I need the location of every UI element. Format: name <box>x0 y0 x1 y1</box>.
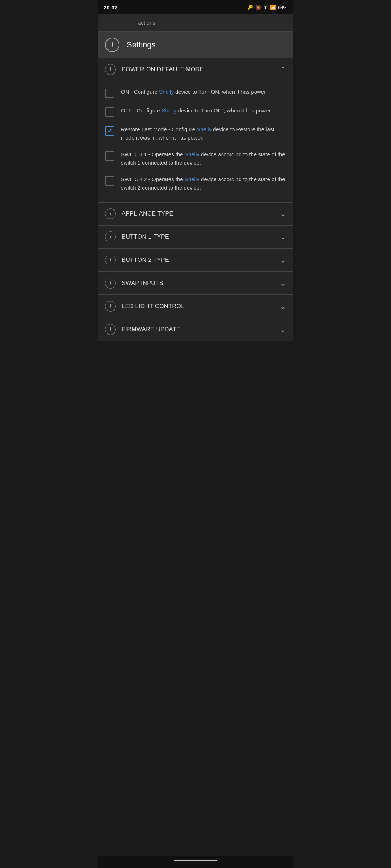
appliance-type-chevron: ⌄ <box>280 209 286 218</box>
button1-type-info-icon: i <box>105 231 116 242</box>
off-checkbox[interactable] <box>105 107 114 117</box>
tab-empty[interactable] <box>196 14 293 31</box>
power-on-options: ON - Configure Shelly device to Turn ON,… <box>98 81 293 202</box>
on-checkbox[interactable] <box>105 89 114 98</box>
tab-actions[interactable]: actions <box>98 14 196 31</box>
power-on-default-info-icon: i <box>105 64 116 75</box>
tab-row: actions <box>98 14 293 32</box>
power-on-default-chevron: ⌃ <box>280 65 286 74</box>
switch1-option[interactable]: SWITCH 1 - Operates the Shelly device ac… <box>98 146 293 171</box>
button1-type-header[interactable]: i BUTTON 1 TYPE ⌄ <box>98 226 293 248</box>
signal-icon: 📶 <box>270 5 276 10</box>
switch2-option-text: SWITCH 2 - Operates the Shelly device ac… <box>121 175 286 192</box>
led-light-control-chevron: ⌄ <box>280 302 286 311</box>
swap-inputs-info-icon: i <box>105 278 116 289</box>
on-option[interactable]: ON - Configure Shelly device to Turn ON,… <box>98 84 293 102</box>
info-icon: i <box>111 41 113 49</box>
restore-checkbox[interactable] <box>105 126 114 136</box>
shelly-link-5[interactable]: Shelly <box>185 176 199 182</box>
swap-inputs-header[interactable]: i SWAP INPUTS ⌄ <box>98 272 293 294</box>
firmware-update-chevron: ⌄ <box>280 325 286 334</box>
led-light-control-info-icon: i <box>105 301 116 312</box>
settings-header: i Settings <box>98 32 293 58</box>
section-button1-type: i BUTTON 1 TYPE ⌄ <box>98 225 293 248</box>
shelly-link-2[interactable]: Shelly <box>162 107 177 114</box>
led-light-control-header[interactable]: i LED LIGHT CONTROL ⌄ <box>98 295 293 318</box>
shelly-link-3[interactable]: Shelly <box>197 126 211 132</box>
appliance-type-title: APPLIANCE TYPE <box>122 210 280 217</box>
firmware-update-info-icon: i <box>105 324 116 335</box>
button2-type-header[interactable]: i BUTTON 2 TYPE ⌄ <box>98 249 293 271</box>
switch2-checkbox[interactable] <box>105 176 114 186</box>
swap-inputs-chevron: ⌄ <box>280 279 286 288</box>
switch2-option[interactable]: SWITCH 2 - Operates the Shelly device ac… <box>98 171 293 196</box>
button1-type-title: BUTTON 1 TYPE <box>122 234 280 240</box>
button2-type-title: BUTTON 2 TYPE <box>122 257 280 263</box>
switch1-option-text: SWITCH 1 - Operates the Shelly device ac… <box>121 150 286 167</box>
firmware-update-title: FIRMWARE UPDATE <box>122 326 280 333</box>
firmware-update-header[interactable]: i FIRMWARE UPDATE ⌄ <box>98 318 293 341</box>
section-button2-type: i BUTTON 2 TYPE ⌄ <box>98 248 293 272</box>
settings-header-icon: i <box>105 38 119 52</box>
section-power-on-default: i POWER ON DEFAULT MODE ⌃ ON - Configure… <box>98 58 293 202</box>
key-icon: 🔑 <box>247 5 253 10</box>
appliance-type-info-icon: i <box>105 208 116 219</box>
power-on-default-header[interactable]: i POWER ON DEFAULT MODE ⌃ <box>98 58 293 81</box>
power-on-default-title: POWER ON DEFAULT MODE <box>122 66 280 73</box>
status-time: 20:37 <box>104 4 117 10</box>
off-option-text: OFF - Configure Shelly device to Turn OF… <box>121 107 286 115</box>
battery-icon: 64% <box>278 5 287 10</box>
settings-title: Settings <box>127 40 156 50</box>
section-swap-inputs: i SWAP INPUTS ⌄ <box>98 272 293 295</box>
section-led-light-control: i LED LIGHT CONTROL ⌄ <box>98 295 293 318</box>
shelly-link-4[interactable]: Shelly <box>185 151 199 157</box>
switch1-checkbox[interactable] <box>105 151 114 161</box>
status-icons: 🔑 🔕 ▼ 📶 64% <box>247 5 287 10</box>
off-option[interactable]: OFF - Configure Shelly device to Turn OF… <box>98 102 293 121</box>
button1-type-chevron: ⌄ <box>280 233 286 241</box>
appliance-type-header[interactable]: i APPLIANCE TYPE ⌄ <box>98 203 293 225</box>
shelly-link-1[interactable]: Shelly <box>159 89 174 95</box>
section-firmware-update: i FIRMWARE UPDATE ⌄ <box>98 318 293 341</box>
on-option-text: ON - Configure Shelly device to Turn ON,… <box>121 88 286 96</box>
mute-icon: 🔕 <box>255 5 261 10</box>
section-appliance-type: i APPLIANCE TYPE ⌄ <box>98 202 293 225</box>
swap-inputs-title: SWAP INPUTS <box>122 280 280 286</box>
restore-option[interactable]: Restore Last Mode - Configure Shelly dev… <box>98 121 293 146</box>
status-bar: 20:37 🔑 🔕 ▼ 📶 64% <box>98 0 293 14</box>
led-light-control-title: LED LIGHT CONTROL <box>122 303 280 310</box>
button2-type-chevron: ⌄ <box>280 256 286 264</box>
restore-option-text: Restore Last Mode - Configure Shelly dev… <box>121 125 286 142</box>
button2-type-info-icon: i <box>105 255 116 265</box>
wifi-icon: ▼ <box>263 5 268 10</box>
